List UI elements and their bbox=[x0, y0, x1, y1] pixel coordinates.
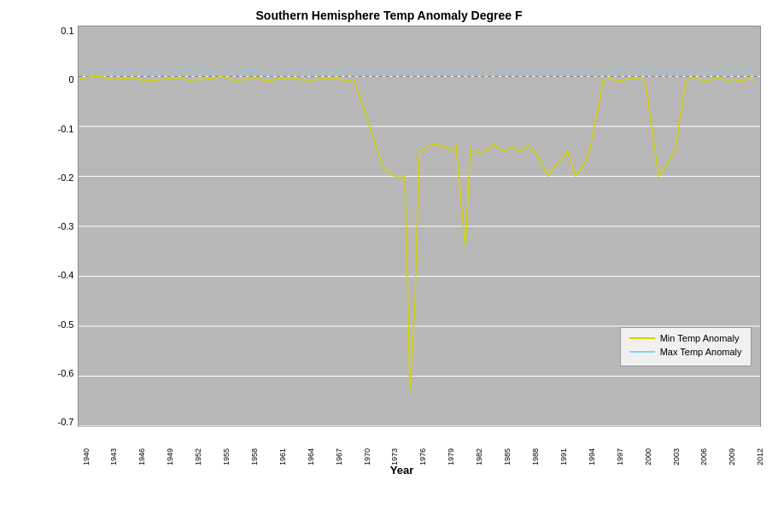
chart-plot-area: Min Temp Anomaly Max Temp Anomaly bbox=[78, 26, 761, 427]
legend-item-min: Min Temp Anomaly bbox=[629, 333, 742, 343]
chart-title: Southern Hemisphere Temp Anomaly Degree … bbox=[256, 9, 523, 22]
max-temp-line bbox=[79, 69, 754, 73]
chart-legend: Min Temp Anomaly Max Temp Anomaly bbox=[620, 327, 752, 366]
chart-container: Southern Hemisphere Temp Anomaly Degree … bbox=[0, 0, 778, 532]
legend-line-min bbox=[629, 337, 655, 339]
legend-line-max bbox=[629, 351, 655, 353]
legend-label-max: Max Temp Anomaly bbox=[660, 347, 742, 357]
legend-item-max: Max Temp Anomaly bbox=[629, 347, 742, 357]
legend-label-min: Min Temp Anomaly bbox=[660, 333, 740, 343]
x-axis-title: Year bbox=[390, 464, 413, 476]
y-axis-labels: 0.1 0 -0.1 -0.2 -0.3 -0.4 -0.5 -0.6 -0.7 bbox=[35, 26, 78, 427]
chart-area: 0.1 0 -0.1 -0.2 -0.3 -0.4 -0.5 -0.6 -0.7 bbox=[35, 26, 769, 478]
x-axis-labels: 1940 1943 1946 1949 1952 1955 1958 1961 … bbox=[78, 454, 761, 470]
